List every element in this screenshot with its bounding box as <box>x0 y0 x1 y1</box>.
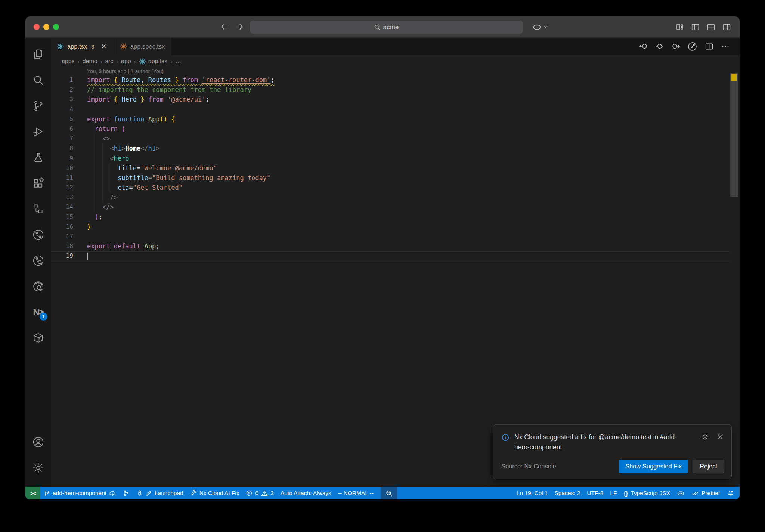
copilot-icon[interactable] <box>532 22 542 32</box>
code-line-text: title="Welcmoe @acme/demo" <box>87 163 217 173</box>
indent-guide <box>95 134 95 212</box>
code-line-2: 2// importing the component from the lib… <box>51 85 740 95</box>
activity-bar-item-gitlens[interactable] <box>31 228 45 241</box>
activity-bar-item-nx-console[interactable]: N>1 <box>31 305 45 319</box>
explorer-icon <box>32 48 44 60</box>
notification-close-icon[interactable] <box>717 433 724 440</box>
activity-bar-item-edge-browser[interactable] <box>31 279 45 293</box>
reject-button[interactable]: Reject <box>693 460 724 473</box>
code-line-text: export function App() { <box>87 114 175 124</box>
scrollbar-thumb[interactable] <box>730 73 738 197</box>
activity-bar-item-settings[interactable] <box>31 461 45 474</box>
source-control-icon <box>32 100 44 112</box>
tab-label: app.spec.tsx <box>130 43 165 50</box>
encoding-item[interactable]: UTF-8 <box>583 487 607 499</box>
remote-indicator[interactable]: >< <box>25 487 40 499</box>
cursor-position-item[interactable]: Ln 19, Col 1 <box>513 487 551 499</box>
run-graph-circle-icon[interactable] <box>687 41 697 52</box>
activity-bar-item-run-debug[interactable] <box>31 125 45 138</box>
editor-scrollbar[interactable] <box>730 73 738 487</box>
language-mode-item[interactable]: {}TypeScript JSX <box>620 487 673 499</box>
close-window-button[interactable] <box>34 24 40 30</box>
zoom-indicator-item[interactable] <box>381 487 397 499</box>
minimize-window-button[interactable] <box>43 24 49 30</box>
launchpad-item[interactable]: Launchpad <box>133 487 187 499</box>
breadcrumb-item-apps[interactable]: apps <box>62 58 75 65</box>
extensions-icon <box>32 177 44 189</box>
nav-forward-circle-icon[interactable] <box>671 42 680 51</box>
nx-cloud-ai-fix-item[interactable]: Nx Cloud AI Fix <box>187 487 243 499</box>
auto-attach-item[interactable]: Auto Attach: Always <box>277 487 335 499</box>
code-line-text: ); <box>87 212 102 222</box>
indentation-item[interactable]: Spaces: 2 <box>551 487 583 499</box>
nav-circle-icon[interactable] <box>655 42 664 51</box>
line-number: 15 <box>51 212 87 222</box>
line-number: 8 <box>51 143 87 153</box>
search-icon <box>32 74 44 86</box>
activity-bar-item-search[interactable] <box>31 73 45 87</box>
code-line-text: export default App; <box>87 241 160 251</box>
code-line-14: 14 </> <box>51 202 740 212</box>
tab-bar: app.tsx3✕app.spec.tsx <box>51 38 740 55</box>
breadcrumb-item-src[interactable]: src <box>105 58 113 65</box>
toggle-secondary-sidebar-icon[interactable] <box>722 22 731 32</box>
window-controls <box>34 24 59 30</box>
breadcrumb-item-demo[interactable]: demo <box>83 58 97 65</box>
status-label: Spaces: 2 <box>554 490 580 497</box>
nav-back-circle-icon[interactable] <box>639 42 648 51</box>
problems-item[interactable]: 03 <box>242 487 277 499</box>
git-branch-item[interactable]: add-hero-component <box>40 487 120 499</box>
react-blue-icon <box>139 58 146 65</box>
eol-item[interactable]: LF <box>607 487 620 499</box>
split-editor-icon[interactable] <box>704 42 714 51</box>
tab-app.tsx[interactable]: app.tsx3✕ <box>51 38 114 55</box>
activity-bar-item-source-control[interactable] <box>31 99 45 112</box>
tab-app.spec.tsx[interactable]: app.spec.tsx <box>114 38 171 55</box>
activity-bar-item-extensions[interactable] <box>31 176 45 190</box>
status-label: 3 <box>270 490 274 497</box>
activity-bar-item-explorer[interactable] <box>31 47 45 61</box>
chevron-down-icon[interactable] <box>543 24 548 30</box>
breadcrumb[interactable]: apps›demo›src›app›app.tsx›… <box>51 55 740 68</box>
commit-graph-item[interactable] <box>120 487 133 499</box>
code-line-16: 16} <box>51 222 740 232</box>
notifications-bell-item[interactable] <box>724 487 737 499</box>
breadcrumb-item-app[interactable]: app <box>121 58 131 65</box>
status-label: add-hero-component <box>53 490 106 497</box>
line-number: 16 <box>51 222 87 232</box>
activity-bar-item-gitlens-inspect[interactable] <box>31 254 45 267</box>
breadcrumb-item-label: src <box>105 58 113 65</box>
vim-mode-item[interactable]: -- NORMAL -- <box>335 487 377 499</box>
arrow-back-icon[interactable] <box>220 22 229 31</box>
more-actions-icon[interactable] <box>721 42 730 51</box>
breadcrumb-item-app.tsx[interactable]: app.tsx <box>139 58 168 65</box>
copilot-item[interactable] <box>673 487 688 499</box>
activity-bar-item-containers[interactable] <box>31 331 45 344</box>
line-number: 13 <box>51 192 87 202</box>
show-suggested-fix-button[interactable]: Show Suggested Fix <box>619 460 688 473</box>
line-number: 3 <box>51 95 87 104</box>
breadcrumb-item-…[interactable]: … <box>175 58 181 65</box>
line-number: 14 <box>51 202 87 212</box>
toggle-primary-sidebar-icon[interactable] <box>691 22 700 32</box>
zoom-window-button[interactable] <box>53 24 59 30</box>
activity-bar-item-account[interactable] <box>31 435 45 449</box>
activity-bar: N>1 <box>25 38 51 487</box>
activity-bar-item-references[interactable] <box>31 202 45 216</box>
activity-bar-item-testing[interactable] <box>31 151 45 164</box>
line-number: 10 <box>51 163 87 173</box>
gitlens-icon <box>32 229 44 241</box>
toggle-panel-icon[interactable] <box>706 22 716 32</box>
customize-layout-icon[interactable] <box>675 22 684 31</box>
command-center-search[interactable]: acme <box>250 21 523 34</box>
notification-settings-gear-icon[interactable] <box>701 433 709 441</box>
containers-icon <box>32 332 44 344</box>
arrow-forward-icon[interactable] <box>235 22 244 31</box>
prettier-item[interactable]: Prettier <box>688 487 724 499</box>
status-bar: ><add-hero-componentLaunchpadNx Cloud AI… <box>25 487 740 499</box>
settings-icon <box>32 462 44 474</box>
code-editor[interactable]: 1import { Route, Routes } from 'react-ro… <box>51 75 740 261</box>
tab-close-icon[interactable]: ✕ <box>100 42 108 51</box>
breadcrumb-separator: › <box>134 58 136 65</box>
pencil-icon <box>146 490 152 497</box>
